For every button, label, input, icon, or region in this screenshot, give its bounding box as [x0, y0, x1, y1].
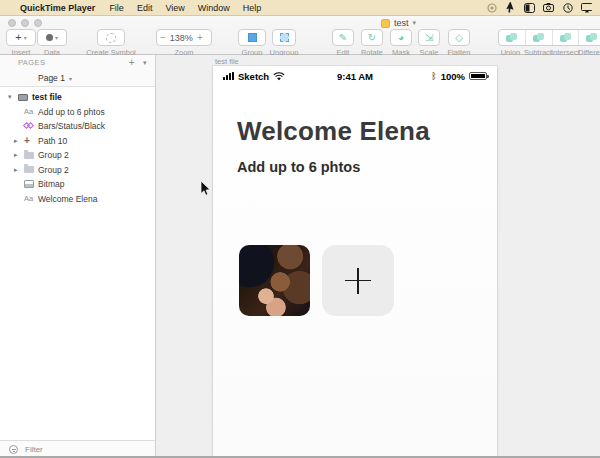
subtract-button[interactable] — [525, 30, 552, 45]
design-canvas[interactable]: test file Sketch 9:41 AM ᛒ 100% — [156, 55, 600, 458]
menu-edit[interactable]: Edit — [137, 3, 153, 13]
layer-row-bitmap[interactable]: Bitmap — [0, 177, 155, 192]
disclosure-closed-icon[interactable]: ▸ — [14, 151, 24, 159]
plus-icon — [345, 268, 371, 294]
display-icon[interactable] — [581, 2, 592, 13]
minimize-window-button[interactable] — [21, 19, 29, 27]
layer-row-test-file[interactable]: ▾ test file — [0, 90, 155, 105]
add-photo-button[interactable] — [322, 245, 394, 316]
menu-window[interactable]: Window — [198, 3, 230, 13]
layer-name: Bitmap — [38, 179, 64, 189]
pointer-icon[interactable] — [505, 2, 516, 13]
chevron-down-icon: ▾ — [413, 19, 417, 27]
pages-header: PAGES + ▾ — [0, 55, 155, 70]
contrast-icon[interactable] — [524, 2, 535, 13]
layer-name: Bars/Status/Black — [38, 121, 105, 131]
layer-row-group[interactable]: ▸ Group 2 — [0, 163, 155, 178]
record-icon[interactable] — [486, 2, 497, 13]
layer-row-group[interactable]: ▸ Group 2 — [0, 148, 155, 163]
plus-icon: + — [15, 32, 21, 43]
union-button[interactable] — [499, 30, 525, 45]
zoom-out-button[interactable]: − — [160, 32, 166, 43]
scale-icon: ⇲ — [425, 33, 433, 43]
layer-row-text[interactable]: Aa Add up to 6 phtos — [0, 105, 155, 120]
rotate-icon: ↻ — [368, 33, 376, 43]
filter-label[interactable]: Filter — [25, 445, 43, 454]
carrier-label: Sketch — [238, 71, 269, 82]
ungroup-icon — [280, 33, 289, 42]
text-icon: Aa — [24, 107, 33, 116]
add-page-button[interactable]: + — [129, 57, 135, 68]
difference-button[interactable] — [578, 30, 600, 45]
flatten-button[interactable]: ◇ — [448, 29, 470, 46]
disclosure-open-icon[interactable]: ▾ — [8, 93, 18, 101]
zoom-control: − 138% + — [156, 29, 212, 46]
close-window-button[interactable] — [8, 19, 16, 27]
artboard[interactable]: Sketch 9:41 AM ᛒ 100% Welcome Elena Add … — [213, 66, 497, 458]
layer-name: Group 2 — [38, 165, 69, 175]
create-symbol-icon — [106, 33, 116, 43]
uploaded-photo-thumbnail[interactable] — [239, 245, 310, 316]
group-icon — [248, 33, 257, 42]
document-title-text: test — [394, 18, 409, 28]
intersect-icon — [560, 33, 572, 43]
layer-name: Add up to 6 phtos — [38, 107, 105, 117]
boolean-ops-segment — [498, 29, 600, 46]
menu-help[interactable]: Help — [243, 3, 262, 13]
signal-bars-icon — [223, 72, 234, 80]
layer-name: Path 10 — [38, 136, 67, 146]
data-button[interactable]: ▾ — [37, 29, 67, 46]
chevron-down-icon: ▾ — [55, 34, 58, 41]
bluetooth-icon: ᛒ — [431, 71, 436, 81]
clock-icon[interactable] — [562, 2, 573, 13]
insert-button[interactable]: + ▾ — [6, 29, 36, 46]
data-icon — [46, 34, 53, 41]
zoom-in-button[interactable]: + — [197, 32, 203, 43]
main-area: PAGES + ▾ Page 1 ▾ ▾ test file Aa Add up… — [0, 55, 600, 458]
edit-button[interactable]: ✎ — [332, 29, 354, 46]
sketch-document-icon — [381, 19, 390, 28]
status-time: 9:41 AM — [315, 71, 395, 82]
intersect-button[interactable] — [552, 30, 579, 45]
welcome-heading[interactable]: Welcome Elena — [237, 116, 430, 147]
layer-row-symbol[interactable]: Bars/Status/Black — [0, 119, 155, 134]
disclosure-closed-icon[interactable]: ▸ — [14, 137, 24, 145]
wifi-icon — [273, 72, 285, 81]
artboard-icon — [18, 94, 32, 101]
zoom-window-button[interactable] — [34, 19, 42, 27]
group-button[interactable] — [238, 29, 266, 46]
filter-icon — [9, 445, 18, 454]
layer-row-path[interactable]: ▸ + Path 10 — [0, 134, 155, 149]
menu-app-name[interactable]: QuickTime Player — [20, 3, 95, 13]
ungroup-button[interactable] — [272, 29, 296, 46]
window-toolbar: test ▾ + ▾ Insert ▾ Data Create Symbol −… — [0, 16, 600, 55]
rotate-button[interactable]: ↻ — [361, 29, 383, 46]
camera-icon[interactable] — [543, 2, 554, 13]
add-photos-subheading[interactable]: Add up to 6 phtos — [237, 159, 360, 175]
pages-collapse-icon[interactable]: ▾ — [143, 59, 147, 67]
union-icon — [506, 33, 518, 43]
mouse-cursor — [200, 181, 211, 197]
menu-bar: QuickTime Player File Edit View Window H… — [0, 0, 600, 16]
iphone-status-bar[interactable]: Sketch 9:41 AM ᛒ 100% — [213, 66, 497, 86]
page-item[interactable]: Page 1 ▾ — [0, 70, 155, 86]
document-title[interactable]: test ▾ — [381, 18, 416, 28]
layer-list: ▾ test file Aa Add up to 6 phtos Bars/St… — [0, 87, 155, 206]
create-symbol-button[interactable] — [97, 29, 125, 46]
artboard-label[interactable]: test file — [215, 57, 239, 66]
layer-name: Welcome Elena — [38, 194, 97, 204]
disclosure-closed-icon[interactable]: ▸ — [14, 166, 24, 174]
flatten-icon: ◇ — [455, 33, 463, 43]
mask-button[interactable]: ◕ — [390, 29, 412, 46]
path-icon: + — [24, 136, 38, 146]
page-name: Page 1 — [38, 73, 65, 83]
bitmap-icon — [24, 180, 38, 188]
text-icon: Aa — [24, 194, 33, 203]
menu-view[interactable]: View — [165, 3, 184, 13]
menu-file[interactable]: File — [109, 3, 124, 13]
scale-button[interactable]: ⇲ — [418, 29, 440, 46]
chevron-down-icon: ▾ — [24, 34, 27, 41]
zoom-value: 138% — [170, 33, 193, 43]
layer-row-text[interactable]: Aa Welcome Elena — [0, 192, 155, 207]
symbol-icon — [24, 122, 38, 131]
